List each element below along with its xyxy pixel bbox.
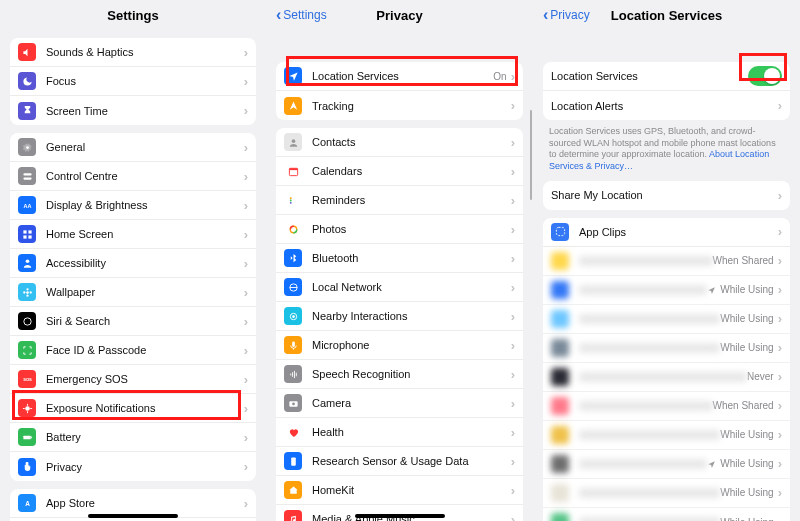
settings-row-general[interactable]: General› [10,133,256,162]
location-status: While Using [720,313,773,324]
toggle-switch[interactable] [748,66,782,86]
chevron-right-icon: › [244,169,248,184]
chevron-right-icon: › [244,140,248,155]
app-location-row[interactable]: While Using› [543,479,790,508]
flower-icon [18,283,36,301]
chevron-right-icon: › [244,74,248,89]
page-title: Privacy [376,8,422,23]
settings-row-battery[interactable]: Battery› [10,423,256,452]
row-detail: On [493,71,506,82]
privacy-row-speech-recognition[interactable]: Speech Recognition› [276,360,523,389]
chevron-right-icon: › [511,367,515,382]
privacy-row-contacts[interactable]: Contacts› [276,128,523,157]
contact-icon [284,133,302,151]
privacy-row-nearby-interactions[interactable]: Nearby Interactions› [276,302,523,331]
app-clips-row[interactable]: App Clips › [543,218,790,247]
settings-row-privacy[interactable]: Privacy› [10,452,256,481]
app-location-row[interactable]: While Using› [543,334,790,363]
app-icon [551,513,569,521]
privacy-row-camera[interactable]: Camera› [276,389,523,418]
settings-row-control-centre[interactable]: Control Centre› [10,162,256,191]
svg-point-9 [26,291,29,294]
svg-rect-38 [292,341,295,347]
share-my-location-row[interactable]: Share My Location › [543,181,790,210]
settings-row-face-id-passcode[interactable]: Face ID & Passcode› [10,336,256,365]
settings-row-focus[interactable]: Focus› [10,67,256,96]
app-name-blurred [579,517,720,521]
app-location-row[interactable]: While Using› [543,450,790,479]
settings-row-emergency-sos[interactable]: SOSEmergency SOS› [10,365,256,394]
row-label: Accessibility [46,257,244,269]
privacy-row-reminders[interactable]: Reminders› [276,186,523,215]
location-services-toggle-row[interactable]: Location Services [543,62,790,91]
location-alerts-row[interactable]: Location Alerts › [543,91,790,120]
svg-point-44 [292,402,295,405]
location-status: While Using [720,487,773,498]
chevron-right-icon: › [511,193,515,208]
location-status: While Using [720,284,773,295]
location-status: While Using [720,458,773,469]
app-icon [551,368,569,386]
app-location-row[interactable]: While Using› [543,508,790,521]
privacy-row-tracking[interactable]: Tracking› [276,91,523,120]
home-indicator[interactable] [88,514,178,518]
svg-rect-45 [291,457,296,465]
row-label: Camera [312,397,511,409]
privacy-row-health[interactable]: Health› [276,418,523,447]
app-name-blurred [579,285,707,295]
settings-row-accessibility[interactable]: Accessibility› [10,249,256,278]
privacy-row-media-apple-music[interactable]: Media & Apple Music› [276,505,523,521]
app-icon [551,484,569,502]
svg-rect-2 [23,177,31,179]
settings-row-exposure-notifications[interactable]: Exposure Notifications› [10,394,256,423]
app-location-row[interactable]: When Shared› [543,247,790,276]
svg-point-30 [289,201,291,203]
location-indicator-icon [707,455,716,473]
privacy-row-location-services[interactable]: Location ServicesOn› [276,62,523,91]
research-icon [284,452,302,470]
row-label: Sounds & Haptics [46,46,244,58]
svg-rect-42 [295,372,296,376]
location-status: When Shared [713,255,774,266]
settings-row-sounds-haptics[interactable]: Sounds & Haptics› [10,38,256,67]
home-indicator[interactable] [355,514,445,518]
hand-icon [18,458,36,476]
settings-row-home-screen[interactable]: Home Screen› [10,220,256,249]
settings-row-display-brightness[interactable]: AADisplay & Brightness› [10,191,256,220]
chevron-right-icon: › [511,396,515,411]
svg-rect-6 [23,235,26,238]
app-location-row[interactable]: While Using› [543,305,790,334]
settings-row-screen-time[interactable]: Screen Time› [10,96,256,125]
chevron-left-icon: ‹ [276,7,281,23]
app-location-row[interactable]: While Using› [543,276,790,305]
sos-icon: SOS [18,370,36,388]
privacy-row-homekit[interactable]: HomeKit› [276,476,523,505]
row-label: Face ID & Passcode [46,344,244,356]
homekit-icon [284,481,302,499]
settings-row-wallpaper[interactable]: Wallpaper› [10,278,256,307]
settings-row-siri-search[interactable]: Siri & Search› [10,307,256,336]
app-icon [551,455,569,473]
grid-icon [18,225,36,243]
network-icon [284,278,302,296]
privacy-row-research-sensor-usage-data[interactable]: Research Sensor & Usage Data› [276,447,523,476]
chevron-right-icon: › [511,222,515,237]
chevron-right-icon: › [244,256,248,271]
svg-rect-1 [23,173,31,175]
privacy-row-bluetooth[interactable]: Bluetooth› [276,244,523,273]
back-button[interactable]: ‹ Privacy [543,0,590,30]
privacy-row-local-network[interactable]: Local Network› [276,273,523,302]
privacy-row-microphone[interactable]: Microphone› [276,331,523,360]
svg-point-12 [23,291,25,293]
chevron-right-icon: › [511,98,515,113]
speech-icon [284,365,302,383]
app-icon [551,310,569,328]
app-location-row[interactable]: While Using› [543,421,790,450]
privacy-row-calendars[interactable]: Calendars› [276,157,523,186]
privacy-row-photos[interactable]: Photos› [276,215,523,244]
app-location-row[interactable]: When Shared› [543,392,790,421]
chevron-right-icon: › [778,253,782,268]
back-button[interactable]: ‹ Settings [276,0,327,30]
chevron-right-icon: › [511,425,515,440]
app-location-row[interactable]: Never› [543,363,790,392]
